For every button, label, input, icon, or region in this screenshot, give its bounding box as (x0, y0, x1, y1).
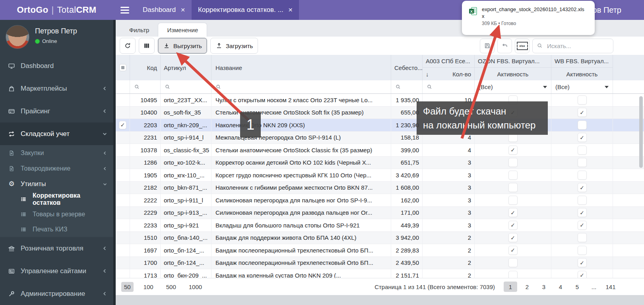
refresh-button[interactable] (120, 38, 136, 54)
sidebar-toggle-button[interactable] (113, 0, 136, 20)
wb-activity-checkbox[interactable]: ✓ (578, 183, 587, 192)
column-header-name[interactable]: Название (211, 55, 391, 80)
filter-name[interactable] (211, 80, 391, 93)
ozon-activity-checkbox[interactable] (508, 158, 518, 167)
sidebar-item-stock-correction[interactable]: Корректировка остатков (0, 192, 113, 207)
undo-button[interactable] (497, 39, 512, 53)
tab-filter[interactable]: Фильтр (120, 23, 158, 37)
column-group-ozon[interactable]: OZON FBS. Виртуал... (475, 55, 551, 68)
sidebar-item-reserved-goods[interactable]: Товары в резерве (0, 207, 113, 222)
wb-activity-checkbox[interactable] (578, 95, 587, 105)
ozon-activity-checkbox[interactable]: ✓ (508, 221, 518, 230)
wb-activity-checkbox[interactable] (578, 233, 587, 242)
table-row[interactable]: 1700 orto_бп-124_... Бандаж послеопераци… (116, 257, 644, 270)
tab-stock-correction[interactable]: Корректировка остатков. ... ✕ (192, 0, 299, 20)
table-row[interactable]: 2229 orto_sp-i-913_... Силиконовая перег… (116, 207, 644, 220)
table-row[interactable]: 1713 orto_бкн-209_... Бандаж на коленный… (116, 269, 644, 278)
import-button[interactable]: Загрузить (210, 38, 258, 54)
close-icon[interactable]: ✕ (180, 7, 185, 13)
filter-qty[interactable] (423, 80, 475, 93)
page-button-5[interactable]: 5 (570, 282, 584, 292)
ozon-activity-checkbox[interactable]: ✓ (508, 246, 518, 255)
filter-code[interactable] (130, 80, 161, 93)
export-button[interactable]: Выгрузить (158, 38, 207, 54)
column-group-wb[interactable]: WB FBS. Виртуал... (551, 55, 613, 68)
wb-activity-checkbox[interactable]: ✓ (578, 271, 587, 278)
column-group-warehouse[interactable]: A003 СПб Есе... (423, 55, 475, 68)
columns-button[interactable] (139, 38, 155, 54)
page-size-50[interactable]: 50 (121, 282, 134, 292)
wb-activity-checkbox[interactable] (578, 246, 587, 255)
sidebar-item-pricing[interactable]: Прайсинг (0, 100, 113, 122)
wb-activity-checkbox[interactable]: ✓ (578, 133, 587, 142)
filter-ozon-activity-select[interactable]: (Все) (475, 80, 551, 93)
page-button-3[interactable]: 3 (537, 282, 551, 292)
column-header-qty[interactable]: ↓ Кол-во (423, 68, 475, 80)
table-row[interactable]: 2231 orto_sp-i-914_l Межпальцевая перего… (116, 132, 644, 144)
wb-activity-checkbox[interactable] (578, 171, 587, 180)
row-checkbox[interactable]: ✓ (119, 121, 126, 129)
page-size-100[interactable]: 100 (141, 282, 156, 292)
user-avatar[interactable] (6, 25, 29, 49)
ozon-activity-checkbox[interactable]: ✓ (508, 233, 518, 242)
sidebar-item-administration[interactable]: Администрирование (0, 282, 113, 305)
close-icon[interactable]: ✕ (288, 7, 293, 13)
ozon-activity-checkbox[interactable] (508, 196, 518, 205)
ozon-activity-checkbox[interactable] (508, 258, 518, 267)
column-header-cost[interactable]: Себесто... (391, 55, 423, 80)
wb-activity-checkbox[interactable]: ✓ (578, 258, 587, 267)
select-all-checkbox[interactable] (119, 64, 126, 71)
wb-activity-checkbox[interactable] (578, 196, 587, 205)
table-row[interactable]: 2222 orto_sp-i-911_l Силиконовая перегор… (116, 194, 644, 207)
column-header-wb-activity[interactable]: Активность (551, 68, 613, 80)
sidebar-item-utilities[interactable]: ⚙ Утилиты (0, 176, 113, 192)
ozon-activity-checkbox[interactable]: ✓ (508, 146, 518, 155)
wb-activity-checkbox[interactable]: ✓ (578, 208, 587, 217)
sidebar-item-site-management[interactable]: Управление сайтами (0, 260, 113, 282)
filter-article[interactable] (161, 80, 211, 93)
table-row[interactable]: 10378 os_classic-fix_35 Стельки анатомич… (116, 144, 644, 157)
sidebar-item-goods-movement[interactable]: Товародвижение (0, 161, 113, 176)
table-row[interactable]: 1697 orto_бп-124_... Бандаж послеопераци… (116, 244, 644, 257)
table-row[interactable]: 2233 orto_sp-i-921 Вкладыш для большого … (116, 219, 644, 232)
download-notification[interactable]: X export_change_stock_20260110_143202.xl… (462, 1, 595, 35)
sidebar-item-retail[interactable]: Розничная торговля (0, 237, 113, 260)
table-row[interactable]: 10495 orto_223T_XX... Чулки с открытым н… (116, 94, 644, 107)
tab-dashboard[interactable]: Dashboard ✕ (136, 0, 192, 20)
tab-edit[interactable]: Изменение (158, 23, 207, 37)
column-header-article[interactable]: Артикул (161, 55, 211, 80)
page-button-4[interactable]: 4 (554, 282, 567, 292)
table-row[interactable]: 1905 orto_кгк-110_... Корсет грудо поясн… (116, 169, 644, 182)
page-size-1000[interactable]: 1000 (186, 282, 205, 292)
table-row-selected[interactable]: ✓ 2203 orto_nkn-209_... Наколенник Orto … (116, 119, 644, 132)
page-button-last[interactable]: 141 (604, 282, 617, 292)
search-box[interactable] (532, 39, 613, 53)
column-header-ozon-activity[interactable]: Активность (475, 68, 551, 80)
table-row[interactable]: 2182 orto_bkn-871_... Наколенник с гибки… (116, 182, 644, 194)
sidebar-item-marketplaces[interactable]: Маркетплейсы (0, 77, 113, 100)
table-row[interactable]: 1510 orto_бпа-140_... Бандаж для поддерж… (116, 232, 644, 245)
table-row[interactable]: 10400 os_soft-fix_35 Стельки анатомическ… (116, 107, 644, 119)
sidebar-item-kiz-print[interactable]: Печать КИЗ (0, 222, 113, 237)
wb-activity-checkbox[interactable]: ✓ (578, 221, 587, 230)
save-button[interactable] (480, 39, 495, 53)
wb-activity-checkbox[interactable] (578, 146, 587, 155)
sidebar-item-purchases[interactable]: Закупки (0, 145, 113, 161)
page-size-500[interactable]: 500 (163, 282, 179, 292)
vertical-scrollbar-thumb[interactable] (639, 96, 643, 168)
sidebar-item-warehouse[interactable]: Складской учет (0, 122, 113, 145)
filter-wb-activity-select[interactable]: (Все) (551, 80, 613, 93)
search-input[interactable] (546, 42, 599, 50)
table-row[interactable]: 1286 orto_ко-102-k... Корректор осанки д… (116, 157, 644, 169)
wb-activity-checkbox[interactable] (578, 158, 587, 167)
ozon-activity-checkbox[interactable]: ✓ (508, 208, 518, 217)
wb-activity-checkbox[interactable]: ✓ (578, 108, 587, 117)
column-header-code[interactable]: Код (130, 55, 161, 80)
ozon-activity-checkbox[interactable] (508, 171, 518, 180)
export-xlsx-button[interactable]: xlsx (515, 39, 530, 53)
sidebar-item-dashboard[interactable]: Dashboard (0, 54, 113, 77)
page-button-1[interactable]: 1 (504, 282, 517, 292)
ozon-activity-checkbox[interactable] (508, 183, 518, 192)
ozon-activity-checkbox[interactable] (508, 271, 518, 278)
filter-cost[interactable] (391, 80, 423, 93)
